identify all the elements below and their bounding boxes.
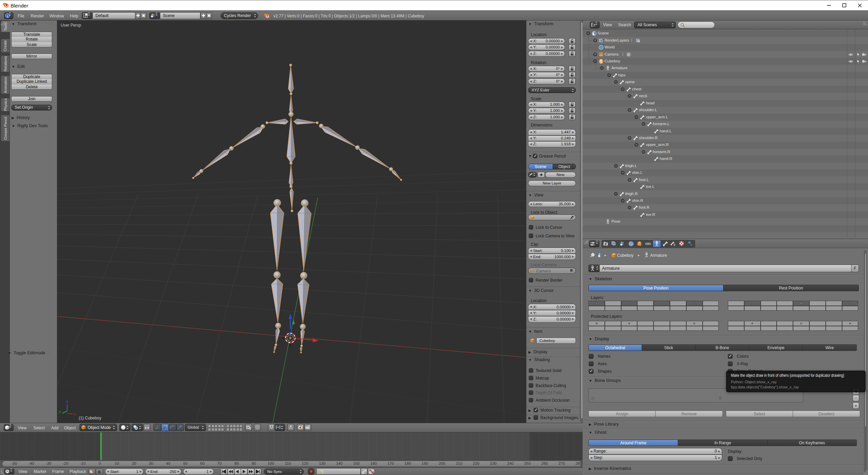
svg-text:x: x	[74, 412, 76, 416]
svg-text:z: z	[66, 399, 68, 403]
svg-text:y: y	[59, 410, 61, 414]
